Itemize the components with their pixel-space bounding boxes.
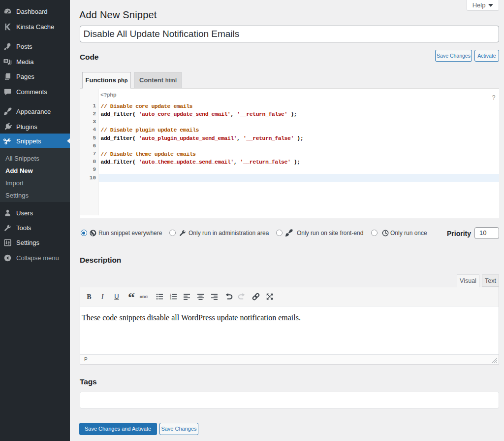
svg-text:I: I bbox=[101, 293, 104, 301]
svg-text:“: “ bbox=[128, 292, 135, 301]
svg-text:U: U bbox=[114, 293, 119, 300]
svg-text:B: B bbox=[87, 293, 91, 301]
svg-text:ABC: ABC bbox=[140, 295, 148, 299]
svg-text:3: 3 bbox=[170, 298, 171, 301]
